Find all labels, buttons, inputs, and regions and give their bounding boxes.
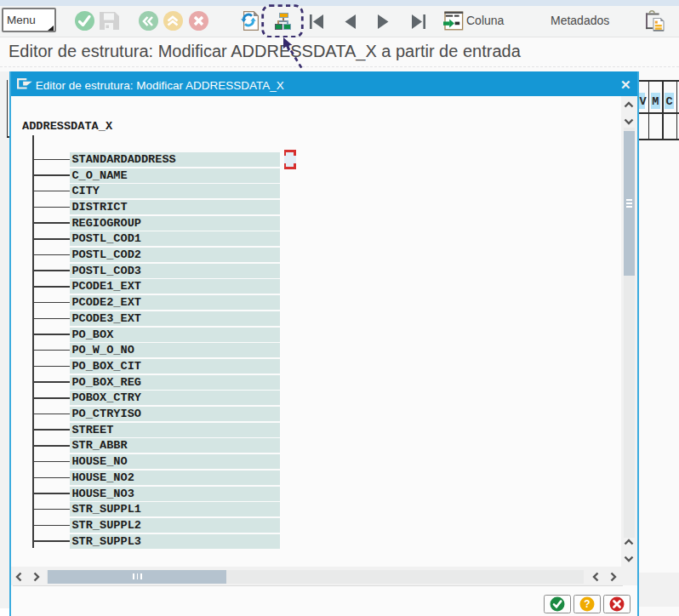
- svg-text:?: ?: [584, 598, 590, 610]
